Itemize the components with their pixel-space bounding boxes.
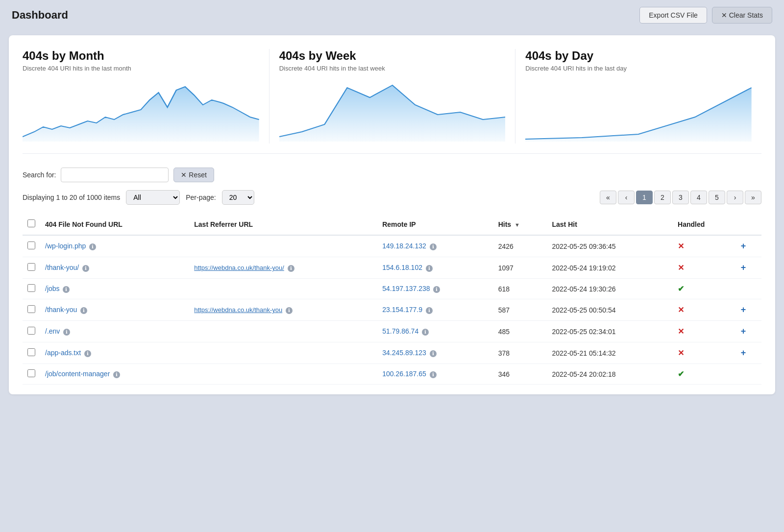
chart-week-svg: [279, 78, 506, 142]
remote-ip[interactable]: 34.245.89.123: [382, 349, 426, 357]
file-not-found-url[interactable]: /.env: [45, 327, 60, 335]
charts-row: 404s by Month Discrete 404 URI hits in t…: [23, 49, 761, 154]
row-checkbox[interactable]: [27, 369, 35, 377]
chart-day-svg: [525, 78, 752, 142]
referrer-info-icon[interactable]: ℹ: [288, 265, 294, 272]
clear-stats-button[interactable]: ✕ Clear Stats: [712, 7, 772, 24]
remote-ip[interactable]: 54.197.137.238: [382, 285, 430, 292]
remote-ip[interactable]: 23.154.177.9: [382, 306, 422, 314]
search-bar: Search for: ✕ Reset: [23, 168, 761, 182]
page-3[interactable]: 3: [672, 191, 689, 204]
page-1[interactable]: 1: [636, 191, 653, 204]
ip-info-icon[interactable]: ℹ: [430, 371, 437, 378]
page-2[interactable]: 2: [654, 191, 671, 204]
data-table: 404 File Not Found URL Last Referrer URL…: [23, 214, 761, 385]
url-info-icon[interactable]: ℹ: [63, 286, 70, 293]
ip-info-icon[interactable]: ℹ: [430, 350, 437, 357]
page-first[interactable]: «: [600, 191, 616, 204]
file-not-found-url[interactable]: /app-ads.txt: [45, 349, 81, 357]
url-info-icon[interactable]: ℹ: [63, 329, 70, 336]
page-prev[interactable]: ‹: [618, 191, 635, 204]
svg-marker-1: [279, 85, 506, 142]
row-checkbox[interactable]: [27, 327, 35, 335]
search-input[interactable]: [61, 168, 169, 182]
url-info-icon[interactable]: ℹ: [80, 307, 87, 314]
file-not-found-url[interactable]: /thank-you/: [45, 264, 79, 271]
hits-count: 378: [493, 342, 547, 364]
referrer-url[interactable]: https://webdna.co.uk/thank-you/: [194, 264, 284, 271]
th-referrer: Last Referrer URL: [189, 214, 377, 235]
th-last-hit: Last Hit: [547, 214, 673, 235]
remote-ip[interactable]: 149.18.24.132: [382, 242, 426, 250]
th-actions: [736, 214, 761, 235]
sort-arrow: ▼: [514, 222, 520, 228]
add-icon[interactable]: +: [741, 241, 746, 251]
select-all-checkbox[interactable]: [27, 219, 35, 227]
filter-select[interactable]: All Handled Unhandled: [126, 190, 180, 205]
add-icon[interactable]: +: [741, 263, 746, 272]
page-4[interactable]: 4: [690, 191, 707, 204]
hits-count: 485: [493, 321, 547, 342]
remote-ip[interactable]: 100.26.187.65: [382, 370, 426, 378]
chart-week: 404s by Week Discrete 404 URI hits in th…: [269, 49, 515, 144]
file-not-found-url[interactable]: /wp-login.php: [45, 242, 86, 250]
svg-marker-2: [525, 88, 752, 142]
row-checkbox[interactable]: [27, 348, 35, 356]
handled-x-icon[interactable]: ✕: [678, 327, 684, 336]
handled-x-icon[interactable]: ✕: [678, 349, 684, 357]
handled-check-icon: ✔: [678, 285, 684, 293]
row-checkbox[interactable]: [27, 263, 35, 271]
url-info-icon[interactable]: ℹ: [84, 350, 91, 357]
page-next[interactable]: ›: [727, 191, 743, 204]
remote-ip[interactable]: 154.6.18.102: [382, 264, 422, 271]
add-icon[interactable]: +: [741, 348, 746, 358]
table-row: /jobs ℹ54.197.137.238 ℹ6182022-05-24 19:…: [23, 279, 761, 299]
search-label: Search for:: [23, 171, 56, 179]
hits-count: 618: [493, 279, 547, 299]
table-row: /thank-you/ ℹhttps://webdna.co.uk/thank-…: [23, 257, 761, 279]
th-ip: Remote IP: [377, 214, 493, 235]
reset-button[interactable]: ✕ Reset: [173, 168, 214, 182]
url-info-icon[interactable]: ℹ: [82, 265, 89, 272]
last-hit-date: 2022-05-24 19:30:26: [547, 279, 673, 299]
ip-info-icon[interactable]: ℹ: [426, 307, 433, 314]
export-csv-button[interactable]: Export CSV File: [639, 7, 707, 24]
handled-x-icon[interactable]: ✕: [678, 242, 684, 250]
row-checkbox[interactable]: [27, 284, 35, 292]
page-5[interactable]: 5: [709, 191, 725, 204]
ip-info-icon[interactable]: ℹ: [426, 265, 433, 272]
row-checkbox[interactable]: [27, 242, 35, 249]
file-not-found-url[interactable]: /job/content-manager: [45, 370, 110, 378]
url-info-icon[interactable]: ℹ: [113, 371, 120, 378]
chart-month-svg: [23, 78, 259, 142]
table-row: /job/content-manager ℹ100.26.187.65 ℹ346…: [23, 364, 761, 385]
chart-month: 404s by Month Discrete 404 URI hits in t…: [23, 49, 269, 144]
header-actions: Export CSV File ✕ Clear Stats: [639, 7, 772, 24]
file-not-found-url[interactable]: /jobs: [45, 285, 60, 292]
ip-info-icon[interactable]: ℹ: [422, 329, 429, 336]
url-info-icon[interactable]: ℹ: [89, 243, 96, 250]
hits-count: 2426: [493, 235, 547, 257]
chart-month-subtitle: Discrete 404 URI hits in the last month: [23, 65, 259, 72]
hits-count: 346: [493, 364, 547, 385]
file-not-found-url[interactable]: /thank-you: [45, 306, 77, 314]
add-icon[interactable]: +: [741, 305, 746, 314]
main-card: 404s by Month Discrete 404 URI hits in t…: [9, 35, 775, 394]
add-icon[interactable]: +: [741, 326, 746, 336]
th-hits[interactable]: Hits ▼: [493, 214, 547, 235]
referrer-url[interactable]: https://webdna.co.uk/thank-you: [194, 306, 282, 314]
handled-x-icon[interactable]: ✕: [678, 264, 684, 272]
referrer-info-icon[interactable]: ℹ: [286, 307, 293, 314]
perpage-select[interactable]: 10 20 50 100: [222, 190, 254, 205]
table-header-row: 404 File Not Found URL Last Referrer URL…: [23, 214, 761, 235]
ip-info-icon[interactable]: ℹ: [433, 286, 440, 293]
handled-check-icon: ✔: [678, 370, 684, 378]
handled-x-icon[interactable]: ✕: [678, 306, 684, 314]
hits-count: 1097: [493, 257, 547, 279]
chart-day: 404s by Day Discrete 404 URI hits in the…: [515, 49, 761, 144]
table-row: /thank-you ℹhttps://webdna.co.uk/thank-y…: [23, 299, 761, 321]
row-checkbox[interactable]: [27, 305, 35, 313]
ip-info-icon[interactable]: ℹ: [430, 243, 437, 250]
remote-ip[interactable]: 51.79.86.74: [382, 327, 418, 335]
page-last[interactable]: »: [745, 191, 761, 204]
